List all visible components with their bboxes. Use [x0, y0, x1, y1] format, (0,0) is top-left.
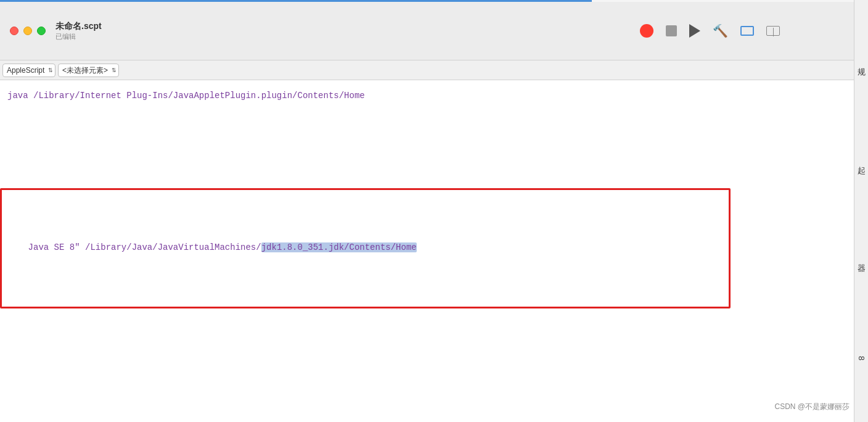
filename-label: 未命名.scpt [55, 21, 640, 32]
code-highlighted: jdk1.8.0_351.jdk/Contents/Home [261, 242, 417, 252]
title-info: 未命名.scpt 已编辑 [55, 21, 640, 41]
code-prefix: Java SE 8" /Library/Java/JavaVirtualMach… [28, 242, 261, 252]
editor-area[interactable]: java /Library/Internet Plug-Ins/JavaAppl… [0, 80, 854, 422]
play-icon [689, 24, 700, 38]
attribution-text: CSDN @不是蒙娜丽莎 [774, 402, 850, 411]
element-selector-wrapper[interactable]: <未选择元素> [58, 64, 119, 77]
toolbar-row: AppleScript JavaScript <未选择元素> [0, 60, 854, 80]
element-selector[interactable]: <未选择元素> [58, 64, 119, 77]
log-view-icon [766, 26, 780, 36]
compile-button[interactable]: 🔨 [713, 23, 728, 38]
log-view-button[interactable] [766, 26, 780, 36]
close-button[interactable] [10, 27, 18, 35]
record-button[interactable] [640, 24, 653, 38]
toolbar-icons: 🔨 [640, 23, 854, 38]
sidebar-char-4: 8 [857, 356, 866, 360]
window-controls [0, 27, 46, 35]
language-selector-wrapper[interactable]: AppleScript JavaScript [2, 64, 55, 77]
right-sidebar: 规 起 器 8 [854, 0, 868, 422]
code-line-2: Java SE 8" /Library/Java/JavaVirtualMach… [0, 233, 854, 262]
stop-icon [666, 25, 677, 36]
play-button[interactable] [689, 24, 700, 38]
title-bar: 未命名.scpt 已编辑 🔨 [0, 2, 854, 60]
code-line-1: java /Library/Internet Plug-Ins/JavaAppl… [0, 89, 854, 102]
attribution: CSDN @不是蒙娜丽莎 [774, 402, 850, 412]
minimize-button[interactable] [23, 27, 32, 35]
editor-view-button[interactable] [740, 26, 754, 36]
language-selector[interactable]: AppleScript JavaScript [2, 64, 55, 77]
record-icon [640, 24, 653, 38]
subtitle-label: 已编辑 [55, 32, 640, 41]
stop-button[interactable] [666, 25, 677, 36]
maximize-button[interactable] [37, 27, 46, 35]
editor-view-icon [740, 26, 754, 36]
